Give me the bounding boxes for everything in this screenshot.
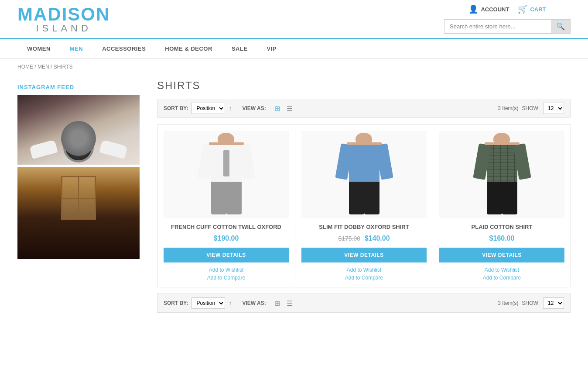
instagram-image-2 bbox=[17, 167, 140, 259]
view-details-btn-3[interactable]: VIEW DETAILS bbox=[439, 248, 564, 262]
grid-view-icon-bottom[interactable]: ⊞ bbox=[272, 298, 283, 308]
sort-select-bottom[interactable]: Position Name Price bbox=[191, 297, 225, 309]
instagram-image-1 bbox=[17, 95, 140, 165]
product-name-2: SLIM FIT DOBBY OXFORD SHIRT bbox=[301, 223, 427, 231]
content-area: INSTAGRAM FEED SHIRTS SORT BY: bbox=[0, 75, 588, 328]
logo[interactable]: MADISON ISLAND bbox=[17, 5, 110, 33]
breadcrumb-shirts: SHIRTS bbox=[54, 64, 73, 70]
nav-item-women[interactable]: WOMEN bbox=[17, 39, 60, 58]
product-image-2 bbox=[301, 131, 427, 218]
cart-label: CART bbox=[530, 6, 546, 13]
show-select-top[interactable]: 12 24 48 bbox=[543, 103, 564, 114]
cart-link[interactable]: 🛒 CART bbox=[518, 4, 546, 14]
product-image-1 bbox=[164, 131, 289, 218]
product-item-1: FRENCH CUFF COTTON TWILL OXFORD $190.00 … bbox=[157, 124, 295, 287]
header-right: 👤 ACCOUNT 🛒 CART 🔍 bbox=[444, 4, 571, 34]
view-icons-bottom: ⊞ ☰ bbox=[272, 298, 295, 308]
grid-view-icon-top[interactable]: ⊞ bbox=[272, 103, 283, 114]
price-row-1: $190.00 bbox=[164, 235, 289, 242]
page-title: SHIRTS bbox=[157, 79, 571, 92]
header: MADISON ISLAND 👤 ACCOUNT 🛒 CART 🔍 bbox=[0, 0, 588, 39]
sort-arrow-top[interactable]: ↑ bbox=[229, 105, 232, 112]
price-current-2: $140.00 bbox=[365, 235, 390, 242]
sort-arrow-bottom[interactable]: ↑ bbox=[229, 300, 232, 307]
toolbar-top: SORT BY: Position Name Price ↑ VIEW AS: … bbox=[157, 99, 571, 118]
product-item-3: PLAID COTTON SHIRT $160.00 VIEW DETAILS … bbox=[433, 124, 571, 287]
product-name-3: PLAID COTTON SHIRT bbox=[439, 223, 564, 231]
price-row-3: $160.00 bbox=[439, 235, 564, 242]
wishlist-link-1[interactable]: Add to Wishlist bbox=[164, 267, 289, 273]
nav-item-men[interactable]: MEN bbox=[60, 39, 92, 58]
product-actions-3: Add to Wishlist Add to Compare bbox=[439, 267, 564, 281]
toolbar-top-left: SORT BY: Position Name Price ↑ VIEW AS: … bbox=[164, 103, 498, 114]
price-row-2: $175.00 $140.00 bbox=[301, 235, 427, 242]
show-label-bottom: SHOW: bbox=[522, 300, 540, 306]
product-name-1: FRENCH CUFF COTTON TWILL OXFORD bbox=[164, 223, 289, 231]
product-grid: FRENCH CUFF COTTON TWILL OXFORD $190.00 … bbox=[157, 124, 571, 287]
nav-item-accessories[interactable]: ACCESSORIES bbox=[92, 39, 155, 58]
items-count-bottom: 3 Item(s) bbox=[498, 300, 518, 306]
show-select-bottom[interactable]: 12 24 48 bbox=[543, 297, 564, 309]
view-as-label-top: VIEW AS: bbox=[242, 105, 266, 111]
compare-link-3[interactable]: Add to Compare bbox=[439, 275, 564, 281]
breadcrumb-men[interactable]: MEN bbox=[38, 64, 49, 70]
view-details-btn-2[interactable]: VIEW DETAILS bbox=[301, 248, 427, 262]
logo-island: ISLAND bbox=[17, 24, 110, 33]
items-count-top: 3 Item(s) bbox=[498, 105, 518, 111]
sort-by-label-top: SORT BY: bbox=[164, 105, 188, 111]
price-current-1: $190.00 bbox=[214, 235, 239, 242]
breadcrumb-home[interactable]: HOME bbox=[17, 64, 33, 70]
compare-link-1[interactable]: Add to Compare bbox=[164, 275, 289, 281]
list-view-icon-top[interactable]: ☰ bbox=[284, 103, 295, 114]
toolbar-bottom-left: SORT BY: Position Name Price ↑ VIEW AS: … bbox=[164, 297, 498, 309]
view-as-label-bottom: VIEW AS: bbox=[242, 300, 266, 306]
wishlist-link-3[interactable]: Add to Wishlist bbox=[439, 267, 564, 273]
toolbar-bottom: SORT BY: Position Name Price ↑ VIEW AS: … bbox=[157, 293, 571, 313]
sort-by-label-bottom: SORT BY: bbox=[164, 300, 188, 306]
breadcrumb: HOME / MEN / SHIRTS bbox=[0, 59, 588, 75]
account-label: ACCOUNT bbox=[481, 6, 509, 13]
price-current-3: $160.00 bbox=[489, 235, 515, 242]
account-icon: 👤 bbox=[468, 4, 478, 14]
toolbar-bottom-right: 3 Item(s) SHOW: 12 24 48 bbox=[498, 297, 564, 309]
product-actions-2: Add to Wishlist Add to Compare bbox=[301, 267, 427, 281]
view-icons-top: ⊞ ☰ bbox=[272, 103, 295, 114]
breadcrumb-sep1: / bbox=[34, 64, 38, 70]
compare-link-2[interactable]: Add to Compare bbox=[301, 275, 427, 281]
search-button[interactable]: 🔍 bbox=[551, 20, 570, 33]
instagram-feed-title: INSTAGRAM FEED bbox=[17, 84, 140, 90]
list-view-icon-bottom[interactable]: ☰ bbox=[284, 298, 295, 308]
product-item-2: SLIM FIT DOBBY OXFORD SHIRT $175.00 $140… bbox=[295, 124, 433, 287]
product-image-3 bbox=[439, 131, 564, 218]
show-label-top: SHOW: bbox=[522, 105, 540, 111]
toolbar-top-right: 3 Item(s) SHOW: 12 24 48 bbox=[498, 103, 564, 114]
account-link[interactable]: 👤 ACCOUNT bbox=[468, 4, 509, 14]
breadcrumb-sep2: / bbox=[51, 64, 54, 70]
nav-item-home-decor[interactable]: HOME & DECOR bbox=[155, 39, 222, 58]
cart-icon: 🛒 bbox=[518, 4, 527, 14]
wishlist-link-2[interactable]: Add to Wishlist bbox=[301, 267, 427, 273]
top-links: 👤 ACCOUNT 🛒 CART bbox=[468, 4, 546, 14]
logo-madison: MADISON bbox=[17, 5, 110, 24]
product-actions-1: Add to Wishlist Add to Compare bbox=[164, 267, 289, 281]
sort-select-top[interactable]: Position Name Price bbox=[191, 103, 225, 114]
main-nav: WOMEN MEN ACCESSORIES HOME & DECOR SALE … bbox=[0, 39, 588, 59]
nav-item-sale[interactable]: SALE bbox=[222, 39, 257, 58]
price-old-2: $175.00 bbox=[338, 235, 360, 242]
nav-item-vip[interactable]: VIP bbox=[257, 39, 286, 58]
search-input[interactable] bbox=[444, 20, 551, 33]
search-bar: 🔍 bbox=[444, 19, 571, 34]
view-details-btn-1[interactable]: VIEW DETAILS bbox=[164, 248, 289, 262]
main-content: SHIRTS SORT BY: Position Name Price ↑ VI… bbox=[148, 75, 571, 328]
sidebar: INSTAGRAM FEED bbox=[17, 75, 148, 328]
